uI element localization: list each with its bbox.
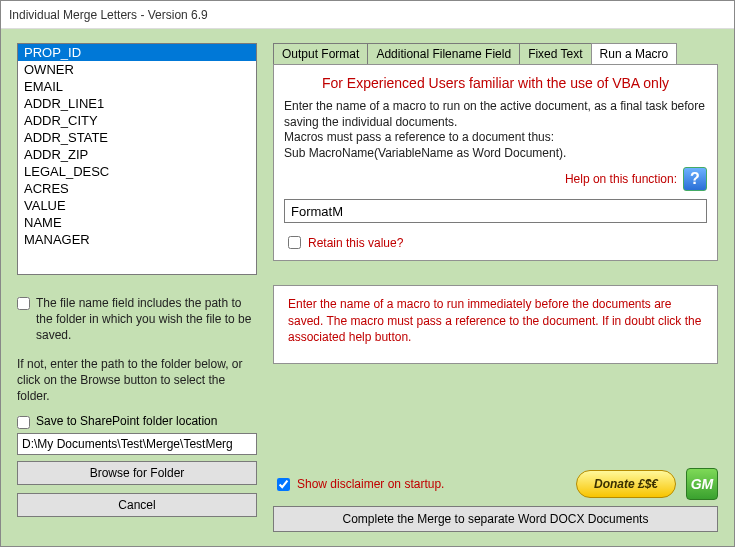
- cancel-label: Cancel: [118, 498, 155, 512]
- fields-listbox[interactable]: PROP_IDOWNEREMAILADDR_LINE1ADDR_CITYADDR…: [17, 43, 257, 275]
- retain-checkbox[interactable]: [288, 236, 301, 249]
- browse-label: Browse for Folder: [90, 466, 185, 480]
- path-note-text: If not, enter the path to the folder bel…: [17, 356, 257, 405]
- list-item[interactable]: OWNER: [18, 61, 256, 78]
- cancel-button[interactable]: Cancel: [17, 493, 257, 517]
- path-desc-text: The file name field includes the path to…: [36, 295, 257, 344]
- macro-desc-1: Enter the name of a macro to run on the …: [284, 99, 707, 130]
- list-item[interactable]: NAME: [18, 214, 256, 231]
- show-disclaimer-row: Show disclaimer on startup.: [273, 475, 444, 494]
- tab-strip: Output Format Additional Filename Field …: [273, 43, 718, 64]
- right-column: Output Format Additional Filename Field …: [273, 43, 718, 532]
- tab-output-format[interactable]: Output Format: [273, 43, 368, 64]
- help-icon[interactable]: ?: [683, 167, 707, 191]
- tab-panel-macro: For Experienced Users familiar with the …: [273, 64, 718, 261]
- donate-button[interactable]: Donate £$€: [576, 470, 676, 498]
- folder-path-input[interactable]: [17, 433, 257, 455]
- main-window: Individual Merge Letters - Version 6.9 P…: [0, 0, 735, 547]
- retain-label: Retain this value?: [308, 236, 403, 250]
- sharepoint-label: Save to SharePoint folder location: [36, 414, 217, 428]
- left-column: PROP_IDOWNEREMAILADDR_LINE1ADDR_CITYADDR…: [17, 43, 257, 532]
- gm-logo-icon[interactable]: GM: [686, 468, 718, 500]
- window-title: Individual Merge Letters - Version 6.9: [9, 8, 208, 22]
- list-item[interactable]: VALUE: [18, 197, 256, 214]
- macro-desc-3: Sub MacroName(VariableName as Word Docum…: [284, 146, 707, 162]
- list-item[interactable]: ADDR_LINE1: [18, 95, 256, 112]
- titlebar: Individual Merge Letters - Version 6.9: [1, 1, 734, 29]
- macro-desc-2: Macros must pass a reference to a docume…: [284, 130, 707, 146]
- browse-folder-button[interactable]: Browse for Folder: [17, 461, 257, 485]
- sharepoint-row: Save to SharePoint folder location: [17, 414, 257, 429]
- list-item[interactable]: ACRES: [18, 180, 256, 197]
- retain-row: Retain this value?: [284, 233, 707, 252]
- list-item[interactable]: MANAGER: [18, 231, 256, 248]
- tab-additional-filename[interactable]: Additional Filename Field: [367, 43, 520, 64]
- info-box: Enter the name of a macro to run immedia…: [273, 285, 718, 364]
- macro-name-input[interactable]: [284, 199, 707, 223]
- path-desc-row: The file name field includes the path to…: [17, 295, 257, 344]
- bottom-row-1: Show disclaimer on startup. Donate £$€ G…: [273, 468, 718, 500]
- show-disclaimer-checkbox[interactable]: [277, 478, 290, 491]
- tab-fixed-text[interactable]: Fixed Text: [519, 43, 591, 64]
- tab-run-macro[interactable]: Run a Macro: [591, 43, 678, 64]
- list-item[interactable]: EMAIL: [18, 78, 256, 95]
- list-item[interactable]: PROP_ID: [18, 44, 256, 61]
- complete-merge-button[interactable]: Complete the Merge to separate Word DOCX…: [273, 506, 718, 532]
- sharepoint-checkbox[interactable]: [17, 416, 30, 429]
- content-area: PROP_IDOWNEREMAILADDR_LINE1ADDR_CITYADDR…: [1, 29, 734, 546]
- help-label: Help on this function:: [565, 172, 677, 186]
- list-item[interactable]: LEGAL_DESC: [18, 163, 256, 180]
- show-disclaimer-label: Show disclaimer on startup.: [297, 477, 444, 491]
- vba-warning: For Experienced Users familiar with the …: [284, 75, 707, 91]
- bottom-right: Show disclaimer on startup. Donate £$€ G…: [273, 468, 718, 532]
- path-includes-checkbox[interactable]: [17, 297, 30, 310]
- complete-label: Complete the Merge to separate Word DOCX…: [343, 512, 649, 526]
- list-item[interactable]: ADDR_STATE: [18, 129, 256, 146]
- help-row: Help on this function: ?: [284, 167, 707, 191]
- list-item[interactable]: ADDR_CITY: [18, 112, 256, 129]
- list-item[interactable]: ADDR_ZIP: [18, 146, 256, 163]
